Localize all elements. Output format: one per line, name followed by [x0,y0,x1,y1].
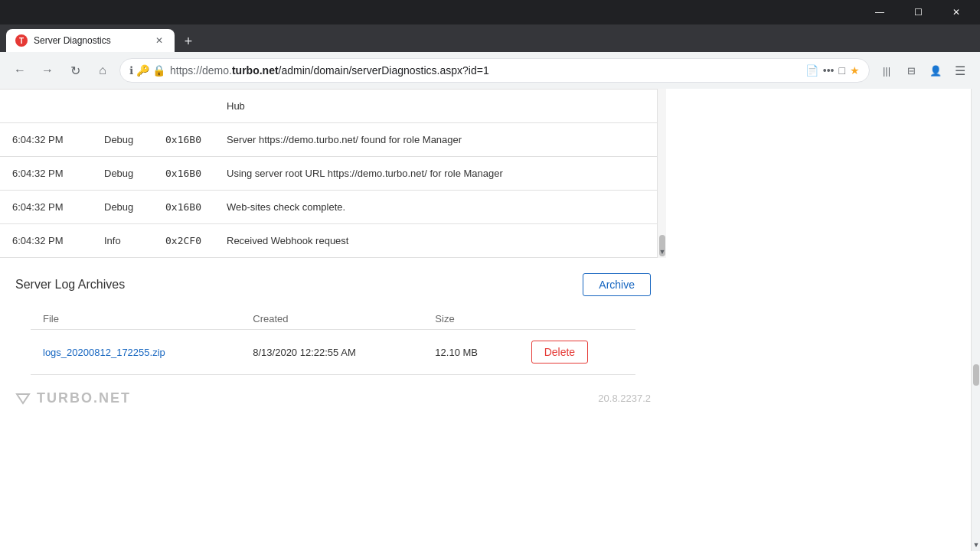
footer-version: 20.8.2237.2 [598,393,651,404]
log-level: Debug [92,123,153,157]
active-tab[interactable]: T Server Diagnostics ✕ [6,29,175,52]
reader-icon: 📄 [805,64,818,77]
log-table: Hub 6:04:32 PM Debug 0x16B0 Server https… [0,89,666,258]
pocket-icon: □ [839,64,845,77]
scrollbar-down-arrow[interactable]: ▼ [972,539,980,551]
archives-header-row: File Created Size [31,308,635,330]
home-button[interactable]: ⌂ [92,60,113,81]
col-created-header: Created [240,308,423,330]
delete-button[interactable]: Delete [531,341,588,364]
svg-marker-0 [17,394,29,403]
maximize-button[interactable]: ☐ [900,0,936,24]
log-message: Server https://demo.turbo.net/ found for… [214,123,666,157]
archives-table: File Created Size logs_20200812_172255.z… [31,308,635,375]
table-row: 6:04:32 PM Debug 0x16B0 Server https://d… [0,123,666,157]
log-level: Debug [92,191,153,224]
archive-row: logs_20200812_172255.zip 8/13/2020 12:22… [31,330,635,375]
scrollbar-thumb[interactable] [973,364,979,386]
address-input-wrapper[interactable]: ℹ 🔑 🔒 https://demo.turbo.net/admin/domai… [119,58,870,83]
log-time: 6:04:32 PM [0,123,92,157]
turbo-logo-icon [15,391,31,406]
log-thread [153,90,214,123]
forward-button[interactable]: → [37,60,58,81]
tab-close-button[interactable]: ✕ [153,34,165,47]
col-file-header: File [31,308,240,330]
archives-table-container: File Created Size logs_20200812_172255.z… [0,308,666,375]
title-bar: — ☐ ✕ [0,0,980,24]
bookmarks-button[interactable]: ||| [876,60,897,81]
page-scrollbar[interactable]: ▼ [971,89,980,551]
log-level: Info [92,224,153,258]
table-row: Hub [0,90,666,123]
section-title: Server Log Archives [15,278,125,292]
url-protocol: https://demo. [170,64,232,77]
page-inner: Hub 6:04:32 PM Debug 0x16B0 Server https… [0,89,971,551]
archive-size: 12.10 MB [423,330,518,375]
log-scrollbar[interactable]: ▼ [657,89,666,258]
table-row: 6:04:32 PM Debug 0x16B0 Web-sites check … [0,191,666,224]
log-level: Debug [92,157,153,191]
new-tab-button[interactable]: + [178,31,199,52]
log-level [92,90,153,123]
log-thread: 0x16B0 [153,123,214,157]
key-icon: 🔑 [136,64,149,77]
archive-action: Delete [519,330,635,375]
archive-button[interactable]: Archive [583,273,651,296]
lock-icon: 🔒 [152,64,165,77]
tab-bar: T Server Diagnostics ✕ + [0,24,980,52]
main-area: Hub 6:04:32 PM Debug 0x16B0 Server https… [0,89,666,429]
close-button[interactable]: ✕ [939,0,974,24]
address-icons: ℹ 🔑 🔒 [129,64,165,77]
log-time: 6:04:32 PM [0,224,92,258]
archive-file-link[interactable]: logs_20200812_172255.zip [43,347,165,358]
log-time: 6:04:32 PM [0,157,92,191]
log-message: Using server root URL https://demo.turbo… [214,157,666,191]
log-thread: 0x16B0 [153,191,214,224]
menu-button[interactable]: ☰ [949,60,971,81]
scrollbar-down-arrow[interactable]: ▼ [658,246,667,258]
more-icon: ••• [823,64,835,77]
table-row: 6:04:32 PM Info 0x2CF0 Received Webhook … [0,224,666,258]
table-row: 6:04:32 PM Debug 0x16B0 Using server roo… [0,157,666,191]
section-header: Server Log Archives Archive [0,258,666,308]
log-time [0,90,92,123]
archive-filename: logs_20200812_172255.zip [31,330,240,375]
toolbar-right: ||| ⊟ 👤 ☰ [876,60,971,81]
page-content: Hub 6:04:32 PM Debug 0x16B0 Server https… [0,89,980,551]
log-time: 6:04:32 PM [0,191,92,224]
bookmark-icon: ★ [850,64,860,77]
account-button[interactable]: 👤 [925,60,946,81]
back-button[interactable]: ← [9,60,31,81]
url-path: /admin/domain/serverDiagnostics.aspx?id=… [279,64,489,77]
info-icon: ℹ [129,64,133,77]
window-controls: — ☐ ✕ [862,0,974,24]
refresh-button[interactable]: ↻ [64,60,86,81]
log-message: Received Webhook request [214,224,666,258]
log-thread: 0x2CF0 [153,224,214,258]
address-text: https://demo.turbo.net/admin/domain/serv… [170,64,801,77]
tab-favicon: T [15,34,28,47]
minimize-button[interactable]: — [862,0,897,24]
url-bold: turbo.net [232,64,279,77]
tab-title: Server Diagnostics [34,35,147,46]
log-message: Web-sites check complete. [214,191,666,224]
sync-button[interactable]: ⊟ [900,60,922,81]
col-size-header: Size [423,308,518,330]
col-action-header [519,308,635,330]
log-message: Hub [214,90,666,123]
address-bar: ← → ↻ ⌂ ℹ 🔑 🔒 https://demo.turbo.net/adm… [0,52,980,89]
address-right-icons: 📄 ••• □ ★ [805,64,860,77]
page-footer: TURBO.NET 20.8.2237.2 [0,375,666,414]
log-thread: 0x16B0 [153,157,214,191]
archive-created: 8/13/2020 12:22:55 AM [240,330,423,375]
